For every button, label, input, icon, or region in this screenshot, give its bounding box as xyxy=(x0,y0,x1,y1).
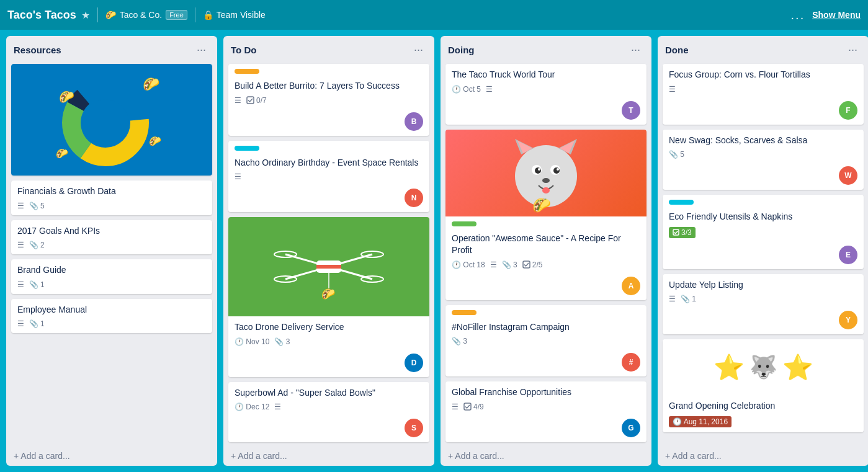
card-body-swag: New Swag: Socks, Scarves & Salsa 📎 5 xyxy=(663,130,864,164)
svg-point-31 xyxy=(557,168,559,171)
add-card-done[interactable]: + Add a card... xyxy=(658,446,868,466)
column-menu-done[interactable]: ··· xyxy=(844,42,861,58)
star-left-icon: ⭐ xyxy=(714,353,745,382)
column-cards-todo: Build A Better Burrito: 7 Layers To Succ… xyxy=(223,61,434,446)
column-cards-done: Focus Group: Corn vs. Flour Tortillas ☰ … xyxy=(658,61,868,446)
card-footer-eco: E xyxy=(663,243,864,269)
svg-text:🌮: 🌮 xyxy=(143,76,160,92)
card-meta-eco: 3/3 xyxy=(669,227,857,238)
card-body-focus-group: Focus Group: Corn vs. Flour Tortillas ☰ xyxy=(663,64,864,99)
card-meta-focus-group: ☰ xyxy=(669,85,857,94)
column-header-todo: To Do ··· xyxy=(223,36,434,61)
card-body-grand-opening: Grand Opening Celebration 🕐 Aug 11, 2016 xyxy=(663,395,864,432)
card-meta-awesome-sauce: 🕐 Oct 18 ☰ 📎 3 2/5 xyxy=(452,260,640,269)
org-info: 🌮 Taco & Co. Free xyxy=(105,10,187,20)
card-awesome-sauce[interactable]: 🌮 Operation "Awesome Sauce" - A Recipe F… xyxy=(445,130,647,300)
avatar-nacho: N xyxy=(405,189,423,207)
card-body-superbowl: Superbowl Ad - "Super Salad Bowls" 🕐 Dec… xyxy=(228,382,429,417)
checklist-done-badge: 3/3 xyxy=(669,227,696,238)
svg-rect-8 xyxy=(247,97,254,104)
add-card-doing[interactable]: + Add a card... xyxy=(441,446,651,466)
meta-lines: ☰ xyxy=(452,403,459,411)
card-nacho[interactable]: Nacho Ordinary Birthday - Event Space Re… xyxy=(228,141,429,213)
column-menu-doing[interactable]: ··· xyxy=(627,42,644,58)
card-brand[interactable]: Brand Guide ☰ 📎 1 xyxy=(11,259,212,294)
card-body-drone: Taco Drone Delivery Service 🕐 Nov 10 📎 3 xyxy=(228,316,429,351)
card-title-franchise: Global Franchise Opportunities xyxy=(452,386,640,399)
org-badge[interactable]: Free xyxy=(166,10,187,20)
header-dots[interactable]: ... xyxy=(791,8,805,22)
card-footer-yelp: Y xyxy=(663,308,864,334)
card-footer-superbowl: S xyxy=(228,416,429,442)
column-header-doing: Doing ··· xyxy=(441,36,651,61)
wolf-celebration-icon: 🐺 xyxy=(749,354,777,380)
meta-checklist: 0/7 xyxy=(246,96,267,105)
column-cards-doing: The Taco Truck World Tour 🕐 Oct 5 ☰ T xyxy=(441,61,651,446)
card-financials[interactable]: Financials & Growth Data ☰ 📎5 xyxy=(11,180,212,215)
card-label-cyan xyxy=(235,146,259,151)
card-nofiller[interactable]: #NoFiller Instagram Campaign 📎 3 # xyxy=(445,305,647,377)
card-footer-awesome-sauce: A xyxy=(445,274,647,300)
card-label-orange xyxy=(235,69,259,74)
card-focus-group[interactable]: Focus Group: Corn vs. Flour Tortillas ☰ … xyxy=(663,64,864,125)
card-title-yelp: Update Yelp Listing xyxy=(669,279,857,292)
card-meta-grand-opening: 🕐 Aug 11, 2016 xyxy=(669,416,857,427)
divider2 xyxy=(195,7,195,22)
avatar-eco: E xyxy=(839,246,857,264)
card-body-financials: Financials & Growth Data ☰ 📎5 xyxy=(11,180,212,215)
card-burrito[interactable]: Build A Better Burrito: 7 Layers To Succ… xyxy=(228,64,429,136)
card-meta-nofiller: 📎 3 xyxy=(452,337,640,345)
card-body-burrito: Build A Better Burrito: 7 Layers To Succ… xyxy=(228,64,429,110)
card-yelp[interactable]: Update Yelp Listing ☰ 📎 1 Y xyxy=(663,274,864,335)
add-card-resources[interactable]: + Add a card... xyxy=(6,446,217,466)
card-body-franchise: Global Franchise Opportunities ☰ 4/9 xyxy=(445,381,647,416)
card-footer-drone: D xyxy=(228,351,429,377)
star-icon[interactable]: ★ xyxy=(81,9,90,21)
column-menu-resources[interactable]: ··· xyxy=(193,42,210,58)
visibility-label: Team Visible xyxy=(217,10,266,20)
card-franchise[interactable]: Global Franchise Opportunities ☰ 4/9 G xyxy=(445,381,647,442)
card-body-employee: Employee Manual ☰ 📎 1 xyxy=(11,299,212,334)
svg-text:🌮: 🌮 xyxy=(321,287,336,301)
card-goals[interactable]: 2017 Goals And KPIs ☰ 📎 2 xyxy=(11,220,212,255)
card-title-awesome-sauce: Operation "Awesome Sauce" - A Recipe For… xyxy=(452,233,640,257)
avatar-franchise: G xyxy=(622,419,640,437)
svg-text:🌮: 🌮 xyxy=(59,89,74,104)
avatar-yelp: Y xyxy=(839,311,857,329)
card-resources-image[interactable]: 🌮 🌮 🌮 🌮 xyxy=(11,64,212,176)
card-meta-swag: 📎 5 xyxy=(669,150,857,159)
meta-lines: ☰ xyxy=(17,241,24,249)
star-right-icon: ⭐ xyxy=(782,353,813,382)
show-menu-button[interactable]: Show Menu xyxy=(812,10,861,20)
meta-clips: 📎 1 xyxy=(29,280,45,289)
svg-point-3 xyxy=(82,99,129,146)
meta-lines: ☰ xyxy=(486,85,493,94)
card-grand-opening[interactable]: ⭐ 🐺 ⭐ Grand Opening Celebration 🕐 Aug 11… xyxy=(663,339,864,432)
avatar-swag: W xyxy=(839,166,857,185)
card-meta-superbowl: 🕐 Dec 12 ☰ xyxy=(235,403,423,411)
card-swag[interactable]: New Swag: Socks, Scarves & Salsa 📎 5 W xyxy=(663,130,864,190)
add-card-todo[interactable]: + Add a card... xyxy=(223,446,434,466)
clip-count: 5 xyxy=(40,202,45,210)
card-eco[interactable]: Eco Friendly Utensils & Napkins 3/3 E xyxy=(663,195,864,269)
column-title-doing: Doing xyxy=(448,45,475,55)
meta-lines: ☰ xyxy=(235,96,241,105)
resources-chart-image: 🌮 🌮 🌮 🌮 xyxy=(11,64,212,176)
board: Resources ··· 🌮 🌮 xyxy=(0,30,868,472)
card-meta-yelp: ☰ 📎 1 xyxy=(669,295,857,303)
meta-clock: 🕐 Oct 18 xyxy=(452,260,485,269)
card-employee[interactable]: Employee Manual ☰ 📎 1 xyxy=(11,299,212,334)
card-title-swag: New Swag: Socks, Scarves & Salsa xyxy=(669,135,857,147)
app-header: Taco's Tacos ★ 🌮 Taco & Co. Free 🔒 Team … xyxy=(0,0,868,30)
column-title-done: Done xyxy=(665,45,689,55)
card-meta-goals: ☰ 📎 2 xyxy=(17,241,206,249)
clip-icon: 📎 xyxy=(29,241,38,249)
card-title-eco: Eco Friendly Utensils & Napkins xyxy=(669,211,857,223)
card-drone[interactable]: 🌮 Taco Drone Delivery Service 🕐 Nov 10 📎… xyxy=(228,217,429,377)
card-superbowl[interactable]: Superbowl Ad - "Super Salad Bowls" 🕐 Dec… xyxy=(228,382,429,443)
column-cards-resources: 🌮 🌮 🌮 🌮 Financials & Growth Data ☰ 📎5 xyxy=(6,61,217,446)
card-meta-financials: ☰ 📎5 xyxy=(17,202,206,210)
meta-clips: 📎5 xyxy=(29,202,45,210)
column-menu-todo[interactable]: ··· xyxy=(410,42,427,58)
card-taco-tour[interactable]: The Taco Truck World Tour 🕐 Oct 5 ☰ T xyxy=(445,64,647,125)
